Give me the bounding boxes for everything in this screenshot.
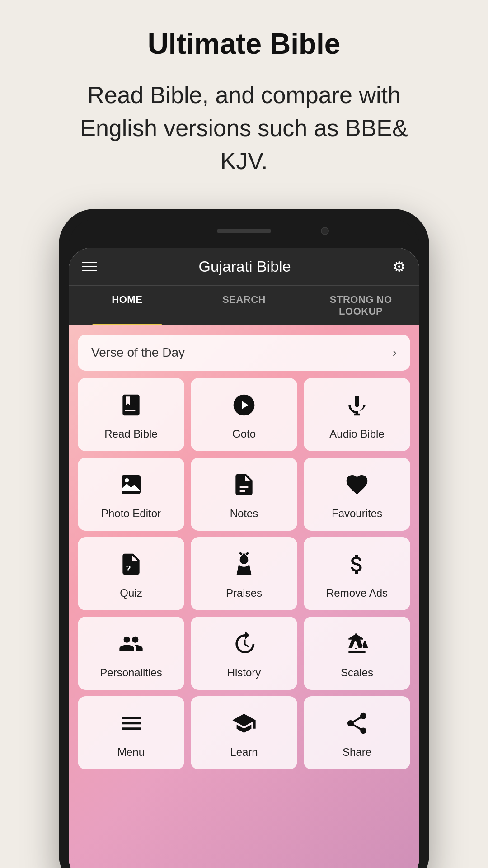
- grid-item-favourites[interactable]: Favourites: [304, 458, 410, 531]
- grid-item-photo-editor[interactable]: Photo Editor: [78, 458, 184, 531]
- grid-item-audio-bible[interactable]: Audio Bible: [304, 378, 410, 451]
- photo-editor-icon: [118, 472, 144, 501]
- history-label: History: [227, 666, 261, 679]
- grid-item-scales[interactable]: Scales: [304, 617, 410, 690]
- grid-item-share[interactable]: Share: [304, 696, 410, 769]
- page-subtitle: Read Bible, and compare with English ver…: [54, 79, 434, 177]
- goto-label: Goto: [232, 428, 256, 440]
- app-header-title: Gujarati Bible: [198, 258, 291, 275]
- grid-item-praises[interactable]: Praises: [191, 537, 297, 610]
- favourites-label: Favourites: [332, 507, 382, 520]
- remove-ads-icon: [344, 552, 370, 580]
- share-label: Share: [343, 746, 371, 759]
- scales-icon: [344, 631, 370, 660]
- app-header: Gujarati Bible ⚙: [69, 248, 419, 285]
- grid-item-notes[interactable]: Notes: [191, 458, 297, 531]
- verse-of-day-button[interactable]: Verse of the Day ›: [78, 335, 410, 371]
- read-bible-label: Read Bible: [104, 428, 157, 440]
- svg-rect-1: [122, 475, 141, 494]
- quiz-label: Quiz: [120, 587, 142, 599]
- read-bible-icon: [118, 392, 144, 421]
- app-content: Verse of the Day › Read Bible Got: [69, 326, 419, 868]
- tab-search[interactable]: SEARCH: [186, 286, 303, 326]
- phone-frame: Gujarati Bible ⚙ HOME SEARCH STRONG NO L…: [59, 209, 429, 868]
- grid-item-goto[interactable]: Goto: [191, 378, 297, 451]
- svg-text:?: ?: [126, 564, 131, 574]
- phone-screen: Gujarati Bible ⚙ HOME SEARCH STRONG NO L…: [69, 248, 419, 868]
- svg-line-6: [246, 553, 249, 555]
- audio-bible-label: Audio Bible: [329, 428, 384, 440]
- remove-ads-label: Remove Ads: [326, 587, 388, 599]
- share-icon: [344, 711, 370, 740]
- photo-editor-label: Photo Editor: [101, 507, 161, 520]
- learn-icon: [231, 711, 257, 740]
- tab-strong[interactable]: STRONG NO LOOKUP: [302, 286, 419, 326]
- notes-icon: [231, 472, 257, 501]
- speaker: [217, 229, 271, 233]
- svg-line-5: [240, 553, 242, 555]
- praises-label: Praises: [226, 587, 262, 599]
- scales-label: Scales: [341, 666, 373, 679]
- notes-label: Notes: [230, 507, 258, 520]
- menu-icon: [118, 711, 144, 740]
- menu-label: Menu: [117, 746, 145, 759]
- grid-item-remove-ads[interactable]: Remove Ads: [304, 537, 410, 610]
- audio-bible-icon: [344, 392, 370, 421]
- verse-chevron-icon: ›: [393, 345, 397, 360]
- personalities-icon: [118, 631, 144, 660]
- page-title: Ultimate Bible: [148, 27, 341, 61]
- tab-home[interactable]: HOME: [69, 286, 186, 326]
- praises-icon: [231, 552, 257, 580]
- favourites-icon: [344, 472, 370, 501]
- hamburger-icon[interactable]: [82, 262, 97, 271]
- grid-item-learn[interactable]: Learn: [191, 696, 297, 769]
- app-grid: Read Bible Goto Audio Bible: [78, 378, 410, 769]
- personalities-label: Personalities: [100, 666, 162, 679]
- gear-icon[interactable]: ⚙: [393, 258, 406, 275]
- grid-item-quiz[interactable]: ? Quiz: [78, 537, 184, 610]
- history-icon: [231, 631, 257, 660]
- app-tabs: HOME SEARCH STRONG NO LOOKUP: [69, 285, 419, 326]
- phone-notch: [69, 219, 419, 246]
- grid-item-history[interactable]: History: [191, 617, 297, 690]
- svg-point-2: [125, 478, 129, 482]
- goto-icon: [231, 392, 257, 421]
- camera: [321, 227, 329, 235]
- learn-label: Learn: [230, 746, 258, 759]
- grid-item-personalities[interactable]: Personalities: [78, 617, 184, 690]
- quiz-icon: ?: [118, 552, 144, 580]
- grid-item-menu[interactable]: Menu: [78, 696, 184, 769]
- verse-of-day-label: Verse of the Day: [91, 345, 185, 360]
- grid-item-read-bible[interactable]: Read Bible: [78, 378, 184, 451]
